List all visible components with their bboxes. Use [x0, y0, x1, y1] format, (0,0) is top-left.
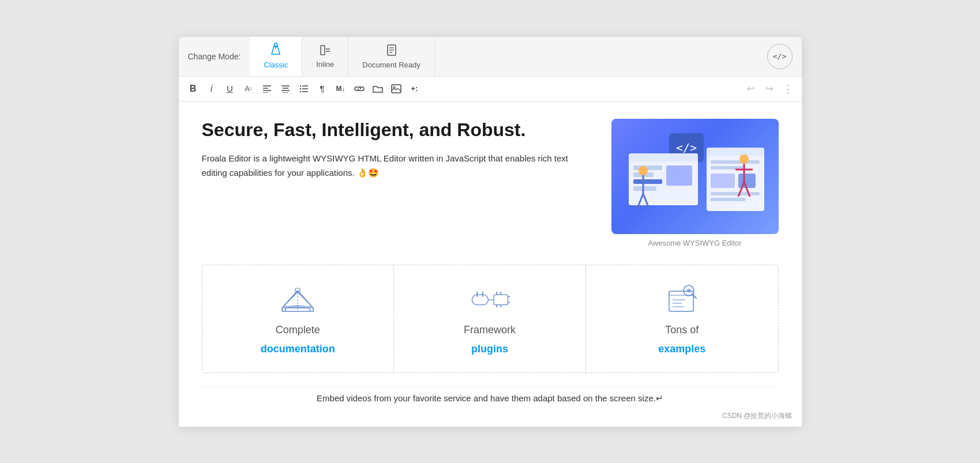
image-caption: Awesome WYSIWYG Editor [648, 239, 741, 247]
svg-rect-38 [711, 192, 760, 195]
svg-point-22 [393, 86, 395, 88]
svg-rect-39 [711, 198, 745, 201]
svg-rect-30 [633, 186, 656, 191]
list-button[interactable] [295, 80, 313, 97]
svg-rect-52 [472, 295, 488, 305]
book-icon [277, 283, 318, 317]
svg-rect-37 [711, 174, 735, 188]
examples-icon [662, 283, 702, 317]
svg-line-65 [692, 294, 696, 298]
main-heading: Secure, Fast, Intelligent, and Robust. [202, 119, 594, 141]
image-wrap: </> [611, 119, 779, 247]
svg-point-17 [299, 88, 301, 89]
svg-rect-27 [633, 165, 662, 170]
more-options-button[interactable]: ⋮ [780, 81, 796, 97]
svg-point-40 [639, 166, 648, 175]
tab-inline[interactable]: Inline [302, 37, 348, 76]
svg-rect-63 [669, 291, 693, 311]
plugins-link[interactable]: plugins [471, 343, 508, 355]
svg-point-15 [299, 85, 301, 86]
inline-icon [319, 44, 332, 58]
plugins-title: Framework [464, 324, 516, 336]
svg-rect-26 [629, 153, 698, 161]
link-button[interactable] [351, 80, 368, 97]
svg-rect-0 [321, 46, 325, 55]
markdown-button[interactable]: M↓ [332, 80, 350, 97]
editor-container: Change Mode: Classic Inline [179, 37, 802, 427]
undo-redo-group: ↩ ↪ ⋮ [743, 81, 796, 97]
more-insert-button[interactable]: +: [406, 80, 423, 97]
editor-illustration: </> [611, 119, 779, 234]
svg-rect-34 [711, 160, 760, 164]
align-center-button[interactable] [277, 80, 294, 97]
content-header: Secure, Fast, Intelligent, and Robust. F… [202, 119, 779, 247]
feature-card-examples: Tons of examples [586, 265, 778, 372]
classic-icon [270, 43, 281, 58]
image-button[interactable] [388, 80, 405, 97]
tab-classic-label: Classic [264, 61, 288, 69]
underline-button[interactable]: U [221, 80, 239, 97]
watermark: CSDN @拾荒的小海螺 [722, 411, 793, 421]
redo-button[interactable]: ↪ [761, 81, 778, 97]
content-text: Secure, Fast, Intelligent, and Robust. F… [202, 119, 594, 180]
tab-document-ready[interactable]: Document Ready [348, 37, 434, 76]
svg-rect-33 [707, 148, 764, 156]
mode-label: Change Mode: [179, 37, 250, 76]
italic-button[interactable]: i [203, 80, 220, 97]
svg-point-19 [299, 91, 301, 92]
plugins-icon [470, 283, 510, 317]
feature-cards: Complete documentation [202, 265, 779, 373]
align-left-button[interactable] [258, 80, 276, 97]
tab-classic[interactable]: Classic [250, 37, 302, 76]
feature-card-plugins: Framework plugins [394, 265, 586, 372]
svg-rect-36 [738, 174, 756, 188]
svg-rect-31 [666, 165, 692, 186]
mode-bar: Change Mode: Classic Inline [179, 37, 802, 77]
tab-inline-label: Inline [316, 60, 334, 69]
toolbar: B i U A↕ ¶ M↓ +: ↩ ↪ ⋮ [179, 77, 802, 101]
paragraph-button[interactable]: ¶ [314, 80, 331, 97]
feature-card-documentation: Complete documentation [202, 265, 395, 372]
doc-link[interactable]: documentation [261, 343, 335, 355]
svg-point-45 [739, 155, 749, 164]
font-size-button[interactable]: A↕ [240, 80, 257, 97]
svg-text:</>: </> [675, 141, 696, 155]
tab-document-ready-label: Document Ready [362, 61, 420, 69]
doc-title: Complete [276, 324, 320, 336]
folder-button[interactable] [369, 80, 386, 97]
svg-rect-56 [494, 295, 508, 305]
undo-button[interactable]: ↩ [743, 81, 759, 97]
editor-content[interactable]: Secure, Fast, Intelligent, and Robust. F… [179, 101, 802, 427]
main-description: Froala Editor is a lightweight WYSIWYG H… [202, 151, 594, 180]
examples-link[interactable]: examples [658, 343, 705, 355]
bottom-text: Embed videos from your favorite service … [202, 387, 779, 409]
document-ready-icon [386, 44, 397, 58]
bold-button[interactable]: B [185, 80, 202, 97]
code-button[interactable]: </> [767, 44, 793, 69]
examples-title: Tons of [665, 324, 699, 336]
